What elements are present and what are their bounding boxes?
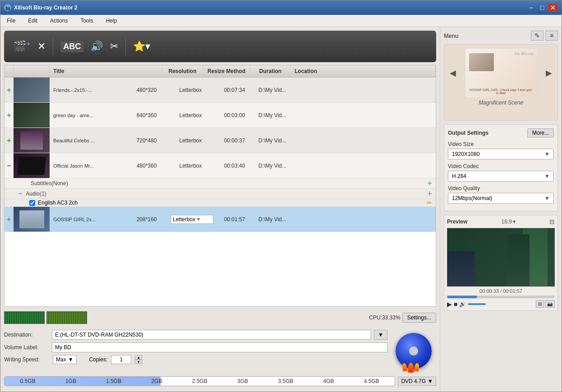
destination-dropdown-button[interactable]: ▼ xyxy=(374,330,387,340)
burn-button[interactable] xyxy=(391,328,436,374)
video-size-value: 1920X1080 xyxy=(452,151,479,157)
menu-thumb-subtitle: GOSSIP GIRL 2x25 - Chuck says 'I love yo… xyxy=(469,88,533,95)
export-frame-button[interactable]: ⊟ xyxy=(549,218,555,225)
menu-actions[interactable]: Actions xyxy=(44,16,74,26)
menu-list-button[interactable]: ≡ xyxy=(545,31,558,41)
split-button[interactable]: ✂ xyxy=(110,41,118,52)
menu-tools[interactable]: Tools xyxy=(74,16,99,26)
remove-button[interactable]: ✕ xyxy=(37,41,46,52)
destination-fields: Destination: ▼ Volume Label: Writing Spe… xyxy=(4,328,387,374)
table-row[interactable]: + Friends.-.2x15.-... 480*320 Letterbox … xyxy=(5,77,436,103)
row-resize: Letterbox ▼ xyxy=(167,213,214,226)
titlebar: 🎬 Xilisoft Blu-ray Creator 2 − □ ✕ xyxy=(0,0,562,15)
subtitle-label: Subtitles(None) xyxy=(27,178,72,188)
resize-dropdown[interactable]: Letterbox ▼ xyxy=(170,215,213,224)
dvd-type-dropdown[interactable]: DVD 4.7G ▼ xyxy=(398,377,436,386)
video-frame xyxy=(447,228,554,286)
close-button[interactable]: ✕ xyxy=(548,4,558,12)
add-subtitle-button[interactable]: + xyxy=(427,179,436,188)
th-title: Title xyxy=(50,65,162,77)
expand-button[interactable]: + xyxy=(5,111,14,119)
preview-mode-buttons: ⊟ 📷 xyxy=(536,300,555,308)
add-audio-button[interactable]: + xyxy=(427,189,436,199)
volume-row: Volume Label: xyxy=(4,341,387,354)
expand-button[interactable]: + xyxy=(5,215,14,223)
prev-menu-button[interactable]: ◀ xyxy=(448,68,458,78)
table-row[interactable]: + green day - ame... 640*360 Letterbox 0… xyxy=(5,103,436,128)
menubar: File Edit Actions Tools Help xyxy=(0,15,562,27)
volume-slider[interactable] xyxy=(468,303,486,305)
snapshot-button[interactable]: 📷 xyxy=(545,300,555,308)
table-row[interactable]: + GOSSIP GIRL 2x... 208*160 Letterbox ▼ … xyxy=(5,207,436,232)
row-title: green day - ame... xyxy=(50,111,126,120)
menu-file[interactable]: File xyxy=(0,16,22,26)
audio-checkbox[interactable] xyxy=(29,200,35,206)
video-quality-label: Video Quality xyxy=(448,185,554,191)
video-size-select[interactable]: 1920X1080 ▼ xyxy=(448,149,554,160)
row-resolution: 208*160 xyxy=(126,214,167,224)
prev-frame-button[interactable]: ⊟ xyxy=(536,300,544,308)
copies-down-button[interactable]: ▼ xyxy=(135,360,142,364)
aspect-ratio-dropdown[interactable]: 16:9 ▾ xyxy=(502,219,516,225)
row-duration: 00:03:40 xyxy=(214,161,255,171)
effect-button[interactable]: ⭐▾ xyxy=(133,41,150,52)
text-button[interactable]: ABC xyxy=(60,41,83,52)
stop-button[interactable]: ■ xyxy=(454,301,457,308)
edit-audio-button[interactable]: ✏ xyxy=(427,199,436,206)
remove-icon: ✕ xyxy=(37,41,46,52)
output-settings-label: Output Settings xyxy=(448,130,488,136)
expand-button[interactable]: + xyxy=(5,137,14,145)
writing-speed-row: Writing Speed: Max ▼ Copies: ▲ ▼ xyxy=(4,354,387,365)
storage-label-0: 0.5GB xyxy=(6,378,49,384)
video-quality-value: 12Mbps(Normal) xyxy=(452,195,492,201)
volume-input[interactable] xyxy=(52,342,387,352)
menu-edit[interactable]: Edit xyxy=(22,16,44,26)
storage-row: 0.5GB 1GB 1.5GB 2GB 2.5GB 3GB 3.5GB 4GB … xyxy=(4,376,436,388)
th-duration: Duration xyxy=(250,65,291,77)
storage-label-5: 3GB xyxy=(221,378,264,384)
table-row[interactable]: − Official Jason Mr... 480*360 Letterbox… xyxy=(5,153,436,178)
preview-label: Preview xyxy=(447,219,467,225)
copies-up-button[interactable]: ▲ xyxy=(135,355,142,360)
audio-detail-row: English AC3 2ch ✏ xyxy=(5,199,436,207)
table-row[interactable]: + Beautiful Celebs ... 720*480 Letterbox… xyxy=(5,128,436,153)
th-expand xyxy=(5,65,14,77)
aspect-ratio-value: 16:9 xyxy=(502,219,512,225)
row-duration: 00:00:37 xyxy=(214,136,255,146)
storage-label-1: 1GB xyxy=(49,378,92,384)
collapse-button[interactable]: − xyxy=(5,162,14,170)
more-settings-button[interactable]: More... xyxy=(527,128,554,137)
aspect-ratio-arrow-icon: ▾ xyxy=(513,219,516,225)
preview-header: Preview 16:9 ▾ ⊟ xyxy=(447,218,555,225)
dvd-type-label: DVD 4.7G xyxy=(401,378,426,384)
preview-progress-bar[interactable] xyxy=(447,296,555,298)
expand-button[interactable]: + xyxy=(5,86,14,94)
audio-button[interactable]: 🔊 xyxy=(91,41,103,52)
video-codec-select[interactable]: H.264 ▼ xyxy=(448,171,554,182)
destination-label: Destination: xyxy=(4,332,49,338)
add-video-button[interactable]: 🎬+ xyxy=(13,40,30,53)
play-button[interactable]: ▶ xyxy=(447,301,452,308)
row-duration: 00:03:00 xyxy=(214,110,255,120)
menu-help[interactable]: Help xyxy=(99,16,123,26)
collapse-audio-button[interactable]: − xyxy=(18,190,24,198)
storage-label-4: 2.5GB xyxy=(178,378,221,384)
copies-spinner: ▲ ▼ xyxy=(135,355,142,364)
destination-input[interactable] xyxy=(52,330,371,340)
video-quality-select[interactable]: 12Mbps(Normal) ▼ xyxy=(448,193,554,204)
th-resolution: Resolution xyxy=(162,65,203,77)
th-location: Location xyxy=(291,65,436,77)
maximize-button[interactable]: □ xyxy=(537,4,547,12)
settings-button[interactable]: Settings... xyxy=(402,313,436,323)
copies-input[interactable] xyxy=(111,355,131,364)
menu-edit-button[interactable]: ✎ xyxy=(531,31,544,41)
video-codec-value: H.264 xyxy=(452,173,466,179)
waveform-display-1 xyxy=(4,311,45,324)
row-location: D:\My Vid... xyxy=(255,161,436,171)
writing-speed-select[interactable]: Max ▼ xyxy=(53,355,77,364)
next-menu-button[interactable]: ▶ xyxy=(544,68,554,78)
minimize-button[interactable]: − xyxy=(526,4,536,12)
th-resize: Resize Method xyxy=(203,65,250,77)
storage-label-8: 4.5GB xyxy=(350,378,393,384)
menu-icons: ✎ ≡ xyxy=(531,31,558,41)
